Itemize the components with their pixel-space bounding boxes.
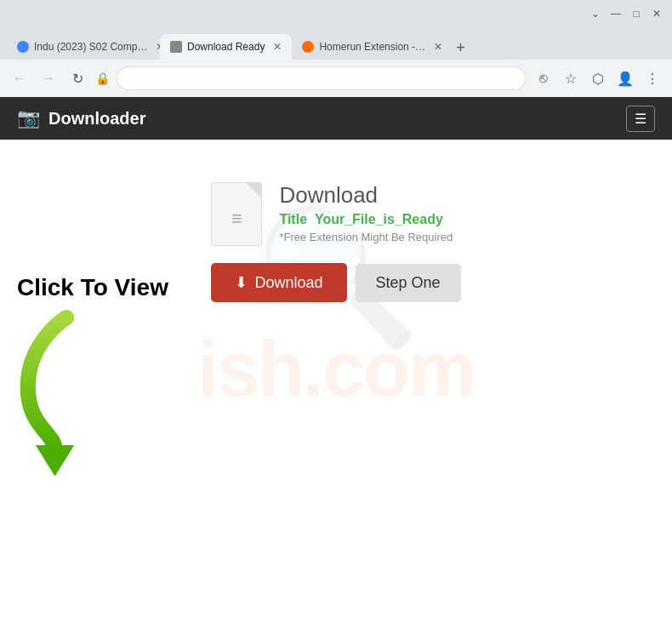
tab-3-label: Homerun Extension -…	[319, 41, 425, 53]
new-tab-button[interactable]: +	[448, 36, 472, 60]
minimize-button[interactable]: —	[609, 7, 623, 20]
tab-bar: Indu (2023) S02 Comp… ✕ Download Ready ✕…	[0, 27, 672, 60]
step-one-button[interactable]: Step One	[356, 264, 461, 302]
card-filename: Title Your_File_is_Ready	[279, 212, 453, 227]
card-top: ≡ Download Title Your_File_is_Ready *Fre…	[211, 182, 453, 246]
download-card: ≡ Download Title Your_File_is_Ready *Fre…	[185, 174, 486, 311]
download-button[interactable]: ⬇ Download	[211, 263, 346, 302]
click-to-view-label: Click To View	[17, 274, 168, 301]
tab-1[interactable]: Indu (2023) S02 Comp… ✕	[7, 34, 160, 60]
tab-3-favicon	[302, 41, 314, 53]
file-icon-symbol: ≡	[231, 208, 242, 230]
app-navbar: 📷 Downloader ☰	[0, 97, 672, 140]
curved-arrow-icon	[9, 310, 94, 480]
chevron-down-icon[interactable]: ⌄	[589, 7, 602, 20]
main-area: 🔍 ish.com ≡ Download Title Your_File_is_…	[0, 140, 672, 480]
download-btn-label: Download	[254, 274, 322, 292]
brand-icon: 📷	[17, 107, 40, 129]
hamburger-button[interactable]: ☰	[626, 106, 655, 132]
tab-3[interactable]: Homerun Extension -… ✕	[292, 34, 445, 60]
forward-button[interactable]: →	[37, 67, 60, 89]
tab-1-label: Indu (2023) S02 Comp…	[34, 41, 147, 53]
tab-2-favicon	[170, 41, 182, 53]
arrow-container	[17, 310, 85, 480]
tab-3-close[interactable]: ✕	[434, 41, 442, 53]
app-brand: 📷 Downloader	[17, 107, 145, 129]
close-button[interactable]: ✕	[650, 7, 663, 20]
card-info: Download Title Your_File_is_Ready *Free …	[279, 182, 453, 243]
page-content: 📷 Downloader ☰ 🔍 ish.com ≡ Download Tit	[0, 97, 672, 635]
click-to-view: Click To View	[17, 274, 168, 480]
menu-button[interactable]: ⋮	[641, 67, 663, 89]
card-title: Download	[279, 182, 453, 209]
toolbar-icons: ⎋ ☆ ⬡ 👤 ⋮	[532, 67, 663, 89]
download-icon: ⬇	[235, 273, 248, 292]
card-filename-label: Title	[279, 212, 307, 226]
brand-name: Downloader	[48, 109, 145, 129]
card-note: *Free Extension Might Be Required	[279, 231, 453, 243]
tab-2[interactable]: Download Ready ✕	[160, 34, 292, 60]
window-controls: ⌄ — □ ✕	[0, 0, 672, 27]
tab-2-close[interactable]: ✕	[273, 41, 282, 53]
address-input[interactable]	[117, 66, 526, 90]
lock-icon: 🔒	[95, 72, 110, 85]
watermark-text: ish.com	[197, 326, 475, 414]
card-filename-value: Your_File_is_Ready	[315, 212, 443, 226]
tab-1-favicon	[17, 41, 29, 53]
tab-2-label: Download Ready	[187, 41, 265, 53]
cast-button[interactable]: ⬡	[587, 67, 609, 89]
reload-button[interactable]: ↻	[66, 67, 88, 89]
address-bar: ← → ↻ 🔒 ⎋ ☆ ⬡ 👤 ⋮	[0, 60, 672, 97]
bookmark-button[interactable]: ☆	[560, 67, 582, 89]
card-actions: ⬇ Download Step One	[211, 263, 460, 302]
share-button[interactable]: ⎋	[532, 67, 555, 89]
file-icon: ≡	[211, 182, 262, 246]
account-button[interactable]: 👤	[614, 67, 636, 89]
restore-button[interactable]: □	[629, 7, 643, 20]
svg-marker-0	[36, 445, 74, 476]
back-button[interactable]: ←	[9, 67, 31, 89]
